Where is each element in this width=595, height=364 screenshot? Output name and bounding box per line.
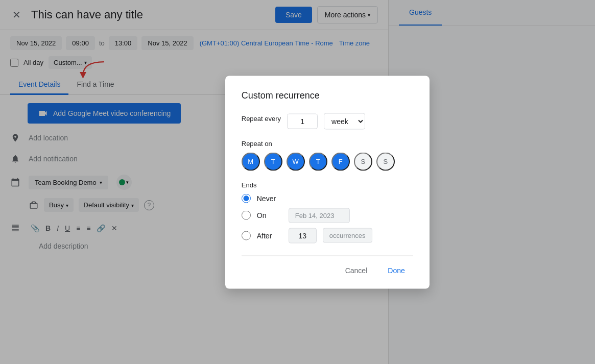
- on-date-field[interactable]: Feb 14, 2023: [289, 208, 350, 223]
- on-radio[interactable]: [242, 211, 251, 220]
- repeat-every-section: Repeat every week day month year: [242, 113, 413, 129]
- after-label: After: [257, 231, 282, 239]
- on-label: On: [257, 211, 282, 220]
- cancel-button[interactable]: Cancel: [337, 262, 376, 278]
- repeat-on-section: Repeat on M T W T F S S: [242, 139, 413, 171]
- after-radio[interactable]: [242, 231, 251, 240]
- never-label: Never: [257, 194, 282, 202]
- after-row: After 13 occurrences: [242, 228, 413, 243]
- after-value-field[interactable]: 13: [289, 228, 317, 243]
- repeat-on-label: Repeat on: [242, 139, 413, 147]
- modal-footer: Cancel Done: [242, 255, 413, 278]
- repeat-every-input[interactable]: [287, 113, 318, 129]
- day-thursday[interactable]: T: [309, 152, 327, 171]
- day-tuesday[interactable]: T: [264, 152, 282, 171]
- ends-section: Ends Never On Feb 14, 2023 After 13 occu…: [242, 181, 413, 243]
- day-monday[interactable]: M: [242, 152, 260, 171]
- day-saturday[interactable]: S: [354, 152, 372, 171]
- repeat-every-row: Repeat every week day month year: [242, 113, 413, 129]
- repeat-every-label: Repeat every: [242, 115, 281, 123]
- days-row: M T W T F S S: [242, 152, 413, 171]
- occurrences-label: occurrences: [323, 228, 372, 243]
- unit-dropdown[interactable]: week day month year: [324, 113, 365, 129]
- modal-title: Custom recurrence: [242, 90, 413, 101]
- never-row: Never: [242, 193, 413, 203]
- day-wednesday[interactable]: W: [287, 152, 305, 171]
- ends-label: Ends: [242, 181, 413, 188]
- custom-recurrence-modal: Custom recurrence Repeat every week day …: [225, 76, 430, 288]
- never-radio[interactable]: [242, 193, 251, 203]
- day-sunday[interactable]: S: [376, 152, 395, 171]
- done-button[interactable]: Done: [379, 262, 413, 278]
- day-friday[interactable]: F: [331, 152, 350, 171]
- on-row: On Feb 14, 2023: [242, 208, 413, 223]
